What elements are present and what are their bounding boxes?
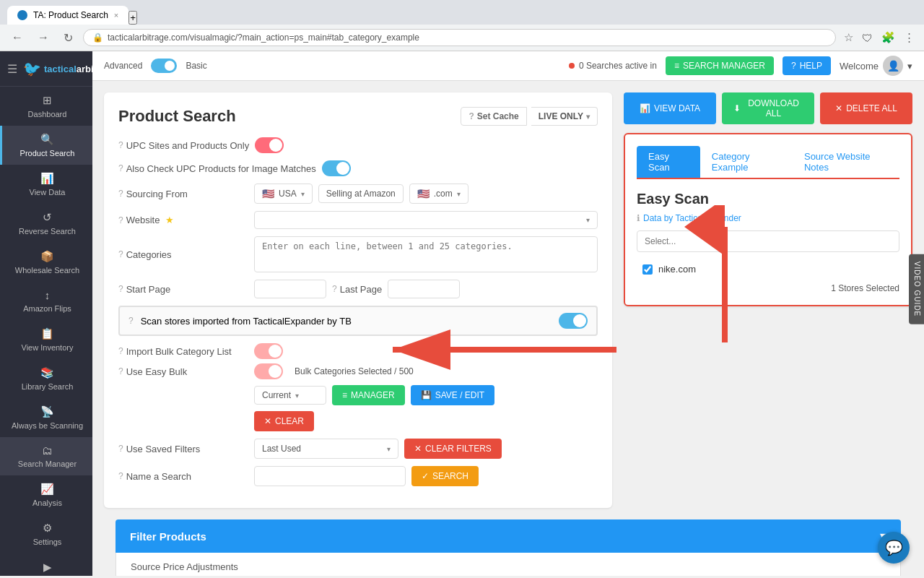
scan-stores-help-icon[interactable]: ?: [128, 316, 134, 326]
tab-favicon: [17, 10, 27, 20]
store-search-input[interactable]: [637, 230, 899, 252]
sidebar-item-analysis[interactable]: 📈 Analysis: [0, 475, 92, 514]
start-page-help-icon[interactable]: ?: [118, 284, 123, 294]
sidebar-nav: ⊞ Dashboard 🔍 Product Search 📊 View Data…: [0, 87, 92, 576]
import-bulk-help-icon[interactable]: ?: [118, 346, 123, 356]
save-edit-button[interactable]: 💾 SAVE / EDIT: [411, 385, 494, 405]
chat-bubble[interactable]: 💬: [878, 532, 910, 564]
sidebar-item-reverse-search[interactable]: ↺ Reverse Search: [0, 204, 92, 243]
logo-bird-icon: 🐦: [23, 60, 41, 77]
search-go-button[interactable]: ✓ SEARCH: [411, 466, 479, 486]
download-all-button[interactable]: ⬇ DOWNLOAD ALL: [722, 92, 814, 124]
sourcing-help-icon[interactable]: ?: [118, 189, 123, 199]
address-bar[interactable]: 🔒 tacticalarbitrage.com/visualmagic/?mai…: [83, 29, 836, 46]
saved-filters-help-icon[interactable]: ?: [118, 444, 123, 454]
clear-button-row: ✕ CLEAR: [254, 411, 598, 431]
sidebar-item-product-search[interactable]: 🔍 Product Search: [0, 126, 92, 165]
categories-textarea[interactable]: [254, 236, 598, 272]
delete-all-button[interactable]: ✕ DELETE ALL: [820, 92, 912, 124]
extensions-button[interactable]: 🧩: [879, 29, 897, 46]
shield-button[interactable]: 🛡: [860, 30, 875, 46]
also-check-help-icon[interactable]: ?: [118, 163, 123, 173]
also-check-toggle[interactable]: [322, 160, 351, 176]
sidebar-item-view-inventory[interactable]: 📋 View Inventory: [0, 320, 92, 359]
sidebar-item-amazon-flips[interactable]: ↕ Amazon Flips: [0, 282, 92, 320]
user-area: Welcome 👤 ▾: [840, 56, 912, 76]
hamburger-icon[interactable]: ☰: [7, 62, 17, 76]
upc-help-icon[interactable]: ?: [118, 140, 123, 150]
selling-at-select[interactable]: Selling at Amazon: [318, 184, 404, 203]
clear-filters-button[interactable]: ✕ CLEAR FILTERS: [404, 439, 502, 459]
upc-sites-toggle[interactable]: [255, 137, 284, 153]
scan-stores-label: Scan stores imported from TacticalExpand…: [141, 316, 552, 327]
sidebar-item-dashboard[interactable]: ⊞ Dashboard: [0, 87, 92, 126]
menu-button[interactable]: ⋮: [902, 29, 917, 46]
sidebar-label-dashboard: Dashboard: [28, 110, 67, 118]
sidebar-item-search-manager[interactable]: 🗂 Search Manager: [0, 437, 92, 475]
reload-button[interactable]: ↻: [59, 30, 77, 46]
tab-category-example[interactable]: Category Example: [700, 146, 793, 178]
selling-domain-select[interactable]: 🇺🇸 .com ▾: [409, 184, 468, 204]
easy-bulk-help-icon[interactable]: ?: [118, 366, 123, 376]
nike-checkbox[interactable]: [642, 264, 653, 275]
import-bulk-toggle[interactable]: [254, 343, 283, 359]
settings-icon: ⚙: [43, 522, 52, 535]
cache-dropdown[interactable]: LIVE ONLY ▾: [531, 107, 598, 126]
tab-easy-scan[interactable]: Easy Scan: [637, 146, 700, 178]
start-page-input[interactable]: [254, 280, 326, 298]
last-page-input[interactable]: [388, 280, 460, 298]
sidebar-item-settings[interactable]: ⚙ Settings: [0, 514, 92, 553]
sidebar-label-settings: Settings: [33, 538, 62, 546]
sidebar-item-videos-faq[interactable]: ▶ Videos / FAQ: [0, 553, 92, 576]
website-input[interactable]: ▾: [254, 211, 598, 229]
set-cache-button[interactable]: ? Set Cache: [461, 107, 526, 126]
back-button[interactable]: ←: [7, 30, 27, 46]
forward-button[interactable]: →: [33, 30, 53, 46]
product-search-icon: 🔍: [40, 133, 54, 146]
sourcing-from-select[interactable]: 🇺🇸 USA ▾: [254, 184, 313, 204]
right-panel: 📊 VIEW DATA ⬇ DOWNLOAD ALL ✕ DELETE ALL: [624, 92, 912, 508]
sidebar-item-view-data[interactable]: 📊 View Data: [0, 165, 92, 204]
data-by-tactical[interactable]: ℹ Data by TacticalExpander: [637, 213, 899, 223]
action-buttons: 📊 VIEW DATA ⬇ DOWNLOAD ALL ✕ DELETE ALL: [624, 92, 912, 124]
store-item-nike[interactable]: nike.com: [637, 259, 899, 279]
last-used-select[interactable]: Last Used ▾: [254, 439, 398, 459]
website-help-icon[interactable]: ?: [118, 215, 123, 225]
video-guide-tab[interactable]: VIDEO GUIDE: [909, 254, 924, 324]
sidebar-label-view-inventory: View Inventory: [22, 343, 74, 352]
app-container: ☰ 🐦 tacticalarbitrage ⊞ Dashboard 🔍 Prod…: [0, 51, 924, 576]
sidebar-item-always-scanning[interactable]: 📡 Always be Scanning: [0, 398, 92, 437]
sidebar-label-wholesale-search: Wholesale Search: [15, 266, 79, 275]
search-manager-button[interactable]: ≡ SEARCH MANAGER: [666, 56, 774, 75]
advanced-basic-toggle[interactable]: [151, 59, 177, 73]
view-data-button[interactable]: 📊 VIEW DATA: [624, 92, 716, 124]
scan-stores-row: ? Scan stores imported from TacticalExpa…: [118, 306, 598, 336]
search-manager-icon-btn: ≡: [674, 61, 679, 71]
manager-button[interactable]: ≡ MANAGER: [332, 385, 405, 405]
categories-help-icon[interactable]: ?: [118, 249, 123, 259]
sidebar-label-search-manager: Search Manager: [18, 460, 77, 468]
sidebar-item-wholesale-search[interactable]: 📦 Wholesale Search: [0, 243, 92, 282]
name-search-help-icon[interactable]: ?: [118, 471, 123, 481]
sidebar-header: ☰ 🐦 tacticalarbitrage: [0, 51, 92, 87]
website-row: ? Website ★ ▾: [118, 211, 598, 229]
clear-button[interactable]: ✕ CLEAR: [254, 411, 314, 431]
easy-bulk-toggle[interactable]: [254, 363, 283, 379]
tab-source-website-notes[interactable]: Source Website Notes: [793, 146, 899, 178]
last-page-help-icon[interactable]: ?: [332, 284, 337, 294]
analysis-icon: 📈: [40, 483, 54, 496]
selling-chevron: ▾: [457, 190, 461, 198]
wholesale-search-icon: 📦: [40, 250, 54, 263]
bulk-header: ? Use Easy Bulk Bulk Categories Selected…: [118, 363, 598, 379]
bookmark-button[interactable]: ☆: [842, 29, 855, 46]
scan-stores-toggle[interactable]: [559, 313, 588, 329]
help-button[interactable]: ? HELP: [783, 56, 831, 75]
close-tab-button[interactable]: ×: [114, 11, 118, 20]
url-text: tacticalarbitrage.com/visualmagic/?main_…: [108, 33, 419, 43]
content-area: Product Search ? Set Cache LIVE ONLY ▾: [92, 81, 924, 576]
browser-tab[interactable]: TA: Product Search ×: [7, 6, 128, 25]
current-select[interactable]: Current ▾: [254, 386, 326, 405]
new-tab-button[interactable]: +: [128, 11, 137, 25]
name-search-input[interactable]: [254, 466, 406, 486]
sidebar-item-library-search[interactable]: 📚 Library Search: [0, 359, 92, 398]
